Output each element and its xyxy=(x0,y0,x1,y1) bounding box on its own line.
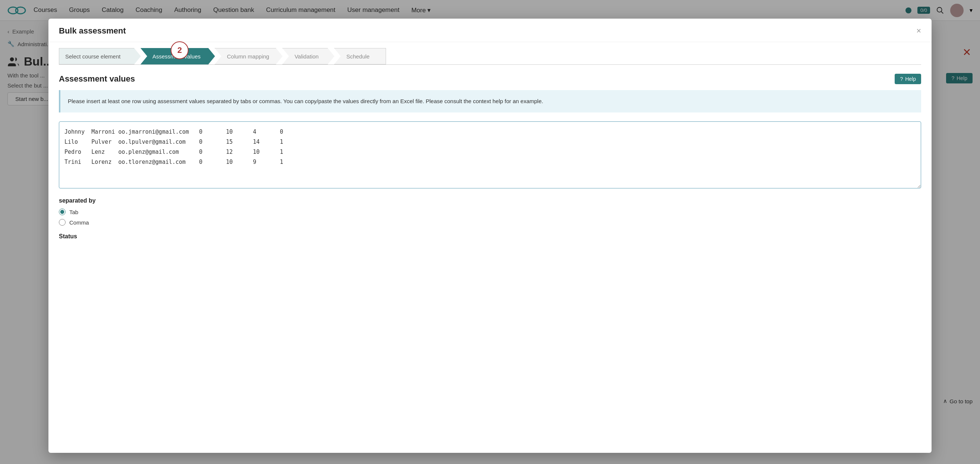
help-icon: ? xyxy=(900,76,903,82)
section-header: Assessment values ? Help xyxy=(59,74,921,84)
radio-comma-input[interactable] xyxy=(59,219,65,226)
status-section: Status xyxy=(59,233,921,240)
modal-header: Bulk assessment × xyxy=(48,19,932,42)
info-text: Please insert at least one row using ass… xyxy=(68,98,543,104)
wizard-steps-container: 2 Select course element Assessment value… xyxy=(48,48,932,65)
step-validation[interactable]: Validation xyxy=(282,48,334,64)
modal-body: Assessment values ? Help Please insert a… xyxy=(48,65,932,453)
help-button-label: Help xyxy=(905,76,916,82)
bulk-assessment-modal: Bulk assessment × 2 Select course elemen… xyxy=(48,19,932,453)
step-select-course-element[interactable]: Select course element xyxy=(59,48,141,64)
radio-comma-row: Comma xyxy=(59,219,921,226)
modal-close-button[interactable]: × xyxy=(916,26,921,36)
step-number-badge: 2 xyxy=(171,41,189,59)
section-title-text: Assessment values xyxy=(59,74,135,84)
radio-tab-input[interactable] xyxy=(59,208,65,215)
status-label: Status xyxy=(59,233,921,240)
radio-tab-row: Tab xyxy=(59,208,921,215)
info-box: Please insert at least one row using ass… xyxy=(59,90,921,113)
separator-label: separated by xyxy=(59,197,921,204)
radio-tab-label: Tab xyxy=(69,209,78,215)
radio-comma-label: Comma xyxy=(69,219,89,226)
steps-spacer xyxy=(386,48,921,64)
modal-title: Bulk assessment xyxy=(59,26,126,36)
assessment-data-textarea[interactable]: Johnny Marroni oo.jmarroni@gmail.com 0 1… xyxy=(59,121,921,188)
help-button[interactable]: ? Help xyxy=(895,74,921,84)
separator-section: separated by Tab Comma xyxy=(59,197,921,226)
step-schedule[interactable]: Schedule xyxy=(334,48,386,64)
step-column-mapping[interactable]: Column mapping xyxy=(215,48,282,64)
